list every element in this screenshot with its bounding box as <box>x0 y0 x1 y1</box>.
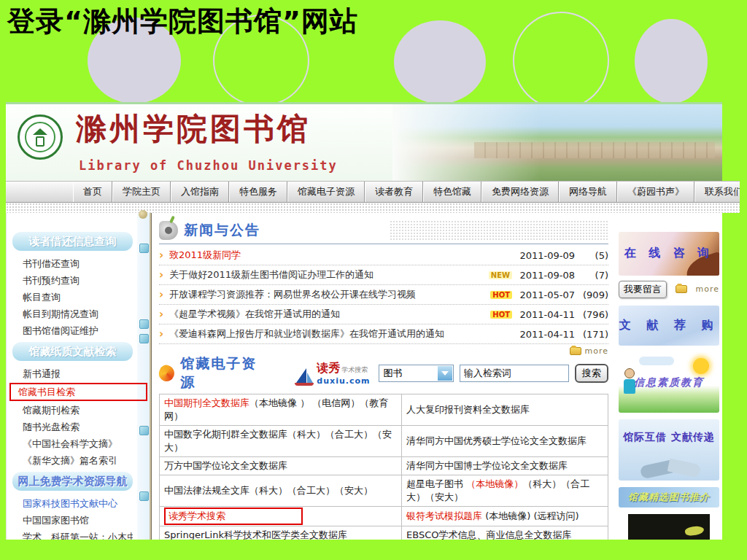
resource-cell[interactable]: 中国数字化期刊群全文数据库（科大）（合工大）（安大） <box>160 426 402 457</box>
resource-cell[interactable]: 中国期刊全文数据库（本地镜像 ） （电信网）（教育网） <box>160 394 402 426</box>
resource-link[interactable]: 万方中国学位论文全文数据库 <box>164 460 287 471</box>
news-badge-hot: HOT <box>490 291 512 299</box>
sidebar-item[interactable]: 《中国社会科学文摘》 <box>12 435 133 452</box>
nav-item[interactable]: 首页 <box>73 182 112 202</box>
resource-link[interactable]: 中国法律法规全文库（科大）（合工大）（安大） <box>164 485 373 496</box>
slide-title: 登录“滁州学院图书馆”网站 <box>7 3 358 40</box>
book-picks-label: 馆藏精选图书推介 <box>628 491 710 504</box>
sidebar-item[interactable]: 随书光盘检索 <box>12 419 133 435</box>
resource-link[interactable]: 超星电子图书 <box>406 478 466 489</box>
resource-cell[interactable]: 清华同方中国优秀硕士学位论文全文数据库 <box>402 426 608 457</box>
sidebar-item[interactable]: 新书通报 <box>12 365 133 382</box>
cube-icon <box>139 426 149 435</box>
resource-link[interactable]: （本地镜像） <box>466 478 523 489</box>
book-picks-banner[interactable]: 馆藏精选图书推介 <box>619 487 719 508</box>
cloud-icon <box>639 357 674 365</box>
site-title: 滁州学院图书馆 <box>76 109 311 149</box>
resource-cell[interactable]: 超星电子图书 （本地镜像）（科大）（合工大）（安大） <box>402 475 608 507</box>
cartoon-kid-icon <box>624 368 635 378</box>
news-title[interactable]: 致2011级新同学 <box>169 249 516 262</box>
resource-cell[interactable]: SpringerLink科学技术和医学类全文数据库 <box>160 526 402 540</box>
leave-message-button[interactable]: 我要留言 <box>619 281 667 298</box>
news-title[interactable]: 关于做好2011级新生图书借阅证办理工作的通知 <box>169 268 489 281</box>
news-title[interactable]: 开放课程学习资源推荐：网易世界名校公开课在线学习视频 <box>169 288 490 301</box>
online-consult-banner[interactable]: 在 线 咨 询 <box>619 232 719 276</box>
news-more-link[interactable]: more <box>585 346 609 356</box>
category-select[interactable]: 图书 <box>379 365 453 382</box>
interlibrary-loan-banner[interactable]: 馆际互借 文献传递 <box>619 419 719 480</box>
nav-item[interactable]: 学院主页 <box>112 182 171 202</box>
resource-table: 中国期刊全文数据库（本地镜像 ） （电信网）（教育网）人大复印报刊资料全文数据库… <box>159 394 608 540</box>
nav-item[interactable]: 免费网络资源 <box>481 182 559 202</box>
nav-item[interactable]: 网络导航 <box>559 182 617 202</box>
resource-link[interactable]: (本地镜像) (远程访问) <box>482 510 579 521</box>
nav-item[interactable]: 读者教育 <box>365 182 423 202</box>
flower-icon <box>157 363 177 384</box>
resource-link[interactable]: 清华同方中国博士学位论文全文数据库 <box>406 460 568 471</box>
sidebar-item[interactable]: 国家科技图书文献中心 <box>12 495 133 512</box>
nav-item[interactable]: 入馆指南 <box>171 182 229 202</box>
news-count: (5) <box>575 250 608 261</box>
duxiu-tagline: 学术搜索 <box>341 366 368 373</box>
info-literacy-banner[interactable]: 信息素质教育 <box>619 352 719 413</box>
chevron-down-icon[interactable] <box>438 366 452 381</box>
news-badge-new: NEW <box>489 271 512 279</box>
news-date: 2011-09-09 <box>516 250 575 261</box>
nav-item[interactable]: 馆藏电子资源 <box>287 182 365 202</box>
sidebar-item[interactable]: 馆藏期刊检索 <box>12 402 133 419</box>
consult-more-link[interactable]: more <box>696 284 720 294</box>
resource-cell[interactable]: 清华同方中国博士学位论文全文数据库 <box>402 457 608 475</box>
resource-cell[interactable]: 读秀学术搜索 <box>160 507 402 526</box>
document-recommend-banner[interactable]: 文 献 荐 购 <box>619 306 719 346</box>
sidebar-section-title: 读者借还信息查询 <box>12 232 133 251</box>
table-row: 中国法律法规全文库（科大）（合工大）（安大）超星电子图书 （本地镜像）（科大）（… <box>160 475 608 507</box>
sidebar-item[interactable]: 图书馆借阅证维护 <box>12 322 133 339</box>
duxiu-logo[interactable]: 读秀学术搜索 duxiu.com <box>295 361 370 386</box>
sidebar-item[interactable]: 学术、科研第一站：小木虫… <box>12 529 133 540</box>
news-count: (796) <box>575 309 608 320</box>
news-date: 2011-05-07 <box>516 289 575 300</box>
resource-link[interactable]: 中国期刊全文数据库 <box>164 397 249 408</box>
search-button[interactable]: 搜索 <box>575 364 608 383</box>
news-item: ›关于做好2011级新生图书借阅证办理工作的通知NEW2011-09-08(7) <box>159 265 608 285</box>
dotted-texture <box>390 220 608 241</box>
resource-cell[interactable]: EBSCO学术信息、商业信息全文数据库 <box>402 526 608 540</box>
dotted-strip <box>6 203 740 213</box>
news-title[interactable]: 《爱迪科森网上报告厅和就业培训数据库》在我馆开通试用的通知 <box>169 327 516 341</box>
news-date: 2011-04-11 <box>516 329 575 340</box>
arrow-icon: › <box>159 308 169 321</box>
nav-item[interactable]: 《蔚园书声》 <box>617 182 694 202</box>
resource-cell[interactable]: 人大复印报刊资料全文数据库 <box>402 394 608 426</box>
resource-link[interactable]: EBSCO学术信息、商业信息全文数据库 <box>406 529 571 540</box>
resource-link[interactable]: 读秀学术搜索 <box>169 510 225 521</box>
scribble-icon <box>684 525 705 537</box>
nav-item[interactable]: 特色馆藏 <box>423 182 481 202</box>
resource-link[interactable]: 人大复印报刊资料全文数据库 <box>406 404 530 415</box>
sidebar-item[interactable]: 书刊预约查询 <box>12 272 133 289</box>
resource-cell[interactable]: 银符考试模拟题库 (本地镜像) (远程访问) <box>402 507 608 526</box>
resource-link[interactable]: 清华同方中国优秀硕士学位论文全文数据库 <box>406 435 587 446</box>
news-title[interactable]: 《超星学术视频》在我馆开通试用的通知 <box>169 308 490 321</box>
promo-box[interactable] <box>628 514 710 540</box>
arrow-icon: › <box>159 327 169 341</box>
info-literacy-label: 信息素质教育 <box>634 376 704 389</box>
resource-link[interactable]: 中国数字化期刊群全文数据库（科大）（合工大）（安大） <box>164 429 392 453</box>
sidebar-item[interactable]: 《新华文摘》篇名索引 <box>12 452 133 469</box>
main-content: 新闻与公告 ›致2011级新同学2011-09-09(5)›关于做好2011级新… <box>152 213 614 540</box>
sidebar-item[interactable]: 馆藏书目检索 <box>9 383 147 401</box>
news-item: ›开放课程学习资源推荐：网易世界名校公开课在线学习视频HOT2011-05-07… <box>159 285 608 305</box>
resource-cell[interactable]: 万方中国学位论文全文数据库 <box>160 457 402 475</box>
search-input[interactable] <box>460 365 569 382</box>
nav-item[interactable]: 联系我们 <box>694 182 740 202</box>
resource-link[interactable]: SpringerLink科学技术和医学类全文数据库 <box>164 529 347 540</box>
sidebar-item[interactable]: 帐目到期情况查询 <box>12 306 133 322</box>
sidebar-item[interactable]: 中国国家图书馆 <box>12 512 133 529</box>
frame-divider[interactable] <box>137 213 152 540</box>
sidebar-section-title: 网上免费学术资源导航 <box>12 472 133 491</box>
resource-link[interactable]: 银符考试模拟题库 <box>406 510 482 521</box>
sidebar-item[interactable]: 书刊借还查询 <box>12 255 133 272</box>
nav-item[interactable]: 特色服务 <box>229 182 287 202</box>
table-row: 读秀学术搜索银符考试模拟题库 (本地镜像) (远程访问) <box>160 507 608 526</box>
sidebar-item[interactable]: 帐目查询 <box>12 289 133 306</box>
resource-cell[interactable]: 中国法律法规全文库（科大）（合工大）（安大） <box>160 475 402 507</box>
